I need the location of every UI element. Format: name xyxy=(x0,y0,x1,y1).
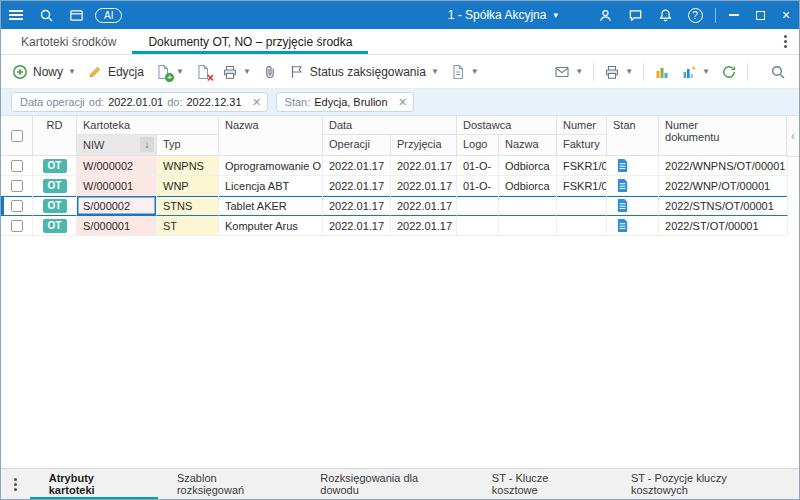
cell-niw[interactable]: W/000002 xyxy=(77,156,157,176)
column-header-rd[interactable]: RD xyxy=(33,116,77,156)
table-row[interactable]: OT S/000001 ST Komputer Arus 2022.01.17 … xyxy=(1,216,788,236)
cell-dostawca-nazwa[interactable] xyxy=(499,216,557,236)
cell-typ[interactable]: WNP xyxy=(157,176,219,196)
panels-icon[interactable] xyxy=(61,1,91,29)
row-checkbox-cell[interactable] xyxy=(1,196,33,216)
tab-szablon-rozksiegowan[interactable]: Szablon rozksięgowań xyxy=(158,469,301,499)
cell-typ[interactable]: ST xyxy=(157,216,219,236)
cell-data-operacji[interactable]: 2022.01.17 xyxy=(323,216,391,236)
cell-numer-dokumentu[interactable]: 2022/STNS/OT/00001 xyxy=(659,196,788,216)
column-header-faktury[interactable]: Faktury xyxy=(557,135,607,156)
column-header-stan[interactable]: Stan xyxy=(607,116,659,156)
chat-icon[interactable] xyxy=(620,1,650,29)
filter-state-value[interactable]: Edycja, Brulion xyxy=(314,96,387,108)
filter-from-value[interactable]: 2022.01.01 xyxy=(108,96,163,108)
tab-kartoteki-srodkow[interactable]: Kartoteki środków xyxy=(5,29,132,54)
column-group-kartoteka[interactable]: Kartoteka xyxy=(77,116,219,135)
tab-dokumenty-ot-no[interactable]: Dokumenty OT, NO – przyjęcie środka xyxy=(132,29,368,54)
column-header-nazwa[interactable]: Nazwa xyxy=(219,116,323,156)
row-checkbox-cell[interactable] xyxy=(1,176,33,196)
send-email-button[interactable]: ▼ xyxy=(549,60,588,84)
cell-niw-focused[interactable]: S/000002 xyxy=(77,196,157,216)
column-header-niw[interactable]: NIW ↓ xyxy=(77,135,157,156)
user-icon[interactable] xyxy=(590,1,620,29)
cell-logo[interactable]: 01-O- xyxy=(457,176,499,196)
cell-dostawca-nazwa[interactable]: Odbiorca xyxy=(499,176,557,196)
posting-status-button[interactable]: Status zaksięgowania ▼ xyxy=(284,60,444,84)
collapse-panel-icon[interactable]: ‹ xyxy=(786,116,799,157)
cell-rd[interactable]: OT xyxy=(33,176,77,196)
cell-nazwa[interactable]: Komputer Arus xyxy=(219,216,323,236)
tab-atrybuty-kartoteki[interactable]: Atrybuty kartoteki xyxy=(30,469,158,499)
search-icon[interactable] xyxy=(31,1,61,29)
cell-data-przyjecia[interactable]: 2022.01.17 xyxy=(391,216,457,236)
tab-st-klucze-kosztowe[interactable]: ST - Klucze kosztowe xyxy=(473,469,612,499)
column-header-numer-dokumentu[interactable]: Numer dokumentu xyxy=(659,116,788,156)
cell-data-operacji[interactable]: 2022.01.17 xyxy=(323,156,391,176)
sort-desc-icon[interactable]: ↓ xyxy=(140,137,154,152)
table-row-selected[interactable]: OT S/000002 STNS Tablet AKER 2022.01.17 … xyxy=(1,196,788,216)
tab-st-pozycje-kluczy[interactable]: ST - Pozycje kluczy kosztowych xyxy=(612,469,799,499)
cell-logo[interactable] xyxy=(457,216,499,236)
row-checkbox-cell[interactable] xyxy=(1,156,33,176)
attachment-button[interactable] xyxy=(257,60,283,84)
cell-nazwa[interactable]: Oprogramowanie O xyxy=(219,156,323,176)
cell-numer-faktury[interactable] xyxy=(557,196,607,216)
cell-data-przyjecia[interactable]: 2022.01.17 xyxy=(391,196,457,216)
column-group-dostawca[interactable]: Dostawca xyxy=(457,116,557,135)
table-row[interactable]: OT W/000001 WNP Licencja ABT 2022.01.17 … xyxy=(1,176,788,196)
cell-dostawca-nazwa[interactable]: Odbiorca xyxy=(499,156,557,176)
row-checkbox[interactable] xyxy=(11,180,23,192)
table-row[interactable]: OT W/000002 WNPNS Oprogramowanie O 2022.… xyxy=(1,156,788,176)
cell-nazwa[interactable]: Tablet AKER xyxy=(219,196,323,216)
chart-wizard-button[interactable]: ▼ xyxy=(676,60,715,84)
menu-icon[interactable] xyxy=(1,1,31,29)
cell-stan[interactable] xyxy=(607,216,659,236)
delete-document-button[interactable]: × xyxy=(190,60,216,84)
bell-icon[interactable] xyxy=(650,1,680,29)
cell-numer-dokumentu[interactable]: 2022/ST/OT/00001 xyxy=(659,216,788,236)
cell-typ[interactable]: WNPNS xyxy=(157,156,219,176)
new-document-button[interactable]: + ▼ xyxy=(150,60,189,84)
cell-data-operacji[interactable]: 2022.01.17 xyxy=(323,196,391,216)
cell-rd[interactable]: OT xyxy=(33,156,77,176)
maximize-icon[interactable] xyxy=(747,1,773,29)
cell-niw[interactable]: W/000001 xyxy=(77,176,157,196)
new-button[interactable]: Nowy ▼ xyxy=(7,60,81,84)
cell-logo[interactable] xyxy=(457,196,499,216)
cell-data-przyjecia[interactable]: 2022.01.17 xyxy=(391,176,457,196)
close-icon[interactable]: × xyxy=(773,1,799,29)
bottom-tabs-menu[interactable] xyxy=(1,469,30,499)
cell-rd[interactable]: OT xyxy=(33,196,77,216)
edit-button[interactable]: Edycja xyxy=(82,60,149,84)
bar-chart-button[interactable] xyxy=(649,60,675,84)
column-header-dostawca-nazwa[interactable]: Nazwa xyxy=(499,135,557,156)
cell-stan[interactable] xyxy=(607,176,659,196)
cell-nazwa[interactable]: Licencja ABT xyxy=(219,176,323,196)
print-button[interactable]: ▼ xyxy=(217,60,256,84)
row-checkbox[interactable] xyxy=(11,220,23,232)
row-checkbox-cell[interactable] xyxy=(1,216,33,236)
cell-numer-dokumentu[interactable]: 2022/WNPNS/OT/00001 xyxy=(659,156,788,176)
export-print-button[interactable]: ▼ xyxy=(599,60,638,84)
cell-data-operacji[interactable]: 2022.01.17 xyxy=(323,176,391,196)
select-all-checkbox[interactable] xyxy=(11,130,23,142)
filter-chip-date[interactable]: Data operacji od: 2022.01.01 do: 2022.12… xyxy=(11,92,268,112)
tab-rozksiegowania-dla-dowodu[interactable]: Rozksięgowania dla dowodu xyxy=(301,469,473,499)
column-group-numer[interactable]: Numer xyxy=(557,116,607,135)
locator-search-button[interactable] xyxy=(765,60,791,84)
cell-numer-dokumentu[interactable]: 2022/WNP/OT/00001 xyxy=(659,176,788,196)
remove-state-filter-icon[interactable]: ✕ xyxy=(395,94,411,110)
column-header-typ[interactable]: Typ xyxy=(157,135,219,156)
help-icon[interactable]: ? xyxy=(680,1,710,29)
cell-stan[interactable] xyxy=(607,156,659,176)
filter-chip-state[interactable]: Stan: Edycja, Brulion ✕ xyxy=(276,92,414,112)
minimize-icon[interactable] xyxy=(721,1,747,29)
column-header-operacji[interactable]: Operacji xyxy=(323,135,391,156)
remove-date-filter-icon[interactable]: ✕ xyxy=(249,94,265,110)
column-header-logo[interactable]: Logo xyxy=(457,135,499,156)
filter-to-value[interactable]: 2022.12.31 xyxy=(186,96,241,108)
cell-data-przyjecia[interactable]: 2022.01.17 xyxy=(391,156,457,176)
cell-numer-faktury[interactable]: FSKR1/0 xyxy=(557,156,607,176)
cell-stan[interactable] xyxy=(607,196,659,216)
